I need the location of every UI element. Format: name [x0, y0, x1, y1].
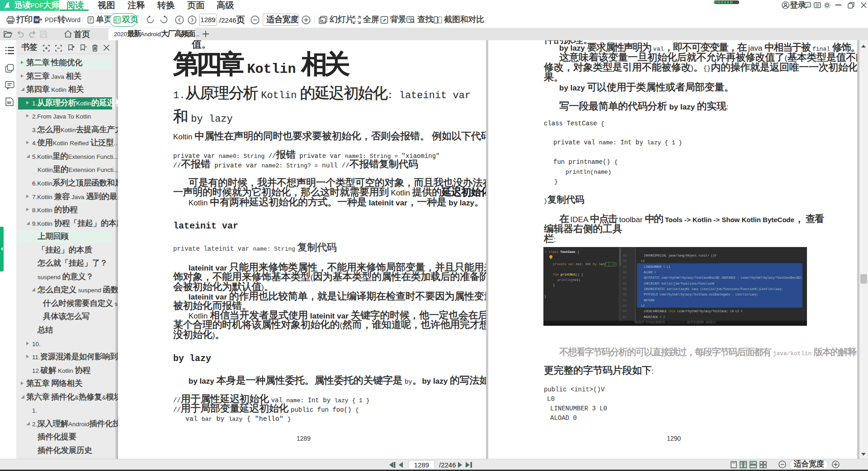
- svg-text:W: W: [35, 18, 39, 22]
- svg-text:W: W: [7, 100, 11, 105]
